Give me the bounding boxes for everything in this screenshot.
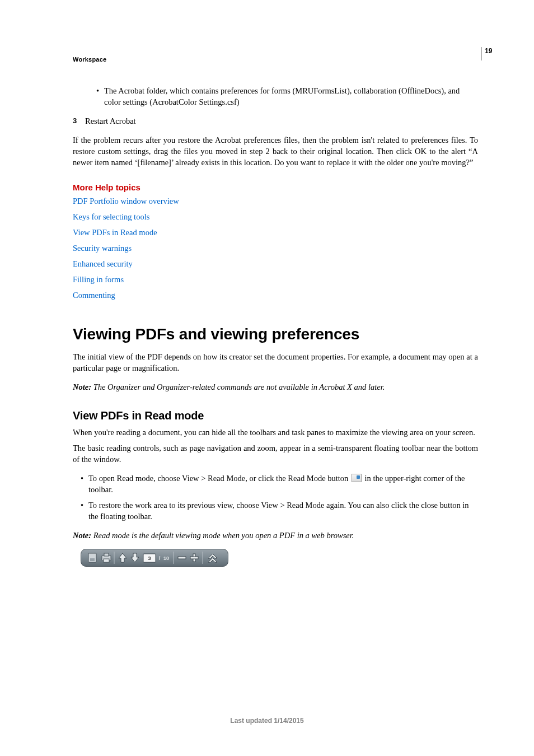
help-links: PDF Portfolio window overview Keys for s… <box>73 195 478 301</box>
intro-paragraph: The initial view of the PDF depends on h… <box>73 351 478 374</box>
step-text: Restart Acrobat <box>85 115 136 127</box>
page-number: 19 <box>481 47 499 60</box>
read-mode-toolbar-figure: 3 / 10 <box>81 549 478 568</box>
note-label: Note: <box>73 531 91 540</box>
list-item: To open Read mode, choose View > Read Mo… <box>81 473 478 495</box>
svg-rect-2 <box>90 558 95 561</box>
bullet-list: To open Read mode, choose View > Read Mo… <box>73 473 478 522</box>
save-icon <box>88 553 96 562</box>
more-help-heading: More Help topics <box>73 183 478 192</box>
read-mode-icon <box>352 474 362 482</box>
subheading: View PDFs in Read mode <box>73 409 478 422</box>
help-link[interactable]: Keys for selecting tools <box>73 211 478 222</box>
bullet-text-a: To open Read mode, choose View > Read Mo… <box>88 474 350 483</box>
body-paragraph: If the problem recurs after you restore … <box>73 134 478 168</box>
body-paragraph: The basic reading controls, such as page… <box>73 442 478 465</box>
svg-rect-8 <box>178 557 186 559</box>
list-item: The Acrobat folder, which contains prefe… <box>96 85 478 108</box>
help-link[interactable]: Enhanced security <box>73 258 478 269</box>
list-item: To restore the work area to its previous… <box>81 500 478 522</box>
help-link[interactable]: Security warnings <box>73 242 478 254</box>
zoom-out-icon <box>178 557 186 559</box>
note: Note: Read mode is the default viewing m… <box>73 530 478 541</box>
numbered-step: 3 Restart Acrobat <box>73 115 478 127</box>
help-link[interactable]: Filling in forms <box>73 274 478 285</box>
svg-rect-5 <box>104 559 109 562</box>
note: Note: The Organizer and Organizer-relate… <box>73 381 478 393</box>
help-link[interactable]: View PDFs in Read mode <box>73 227 478 238</box>
svg-rect-4 <box>104 553 109 556</box>
help-link[interactable]: Commenting <box>73 290 478 301</box>
page-total: 10 <box>163 556 169 561</box>
note-body: The Organizer and Organizer-related comm… <box>91 382 385 391</box>
svg-rect-10 <box>190 557 198 559</box>
bullet-list: The Acrobat folder, which contains prefe… <box>73 85 478 108</box>
note-label: Note: <box>73 382 91 391</box>
page-current: 3 <box>148 556 151 561</box>
body-paragraph: When you're reading a document, you can … <box>73 427 478 438</box>
help-link[interactable]: PDF Portfolio window overview <box>73 195 478 207</box>
running-header: Workspace <box>73 56 478 63</box>
page-title: Viewing PDFs and viewing preferences <box>73 325 478 343</box>
last-updated-footer: Last updated 1/14/2015 <box>0 717 534 725</box>
note-body: Read mode is the default viewing mode wh… <box>91 531 354 540</box>
step-number: 3 <box>73 115 85 127</box>
